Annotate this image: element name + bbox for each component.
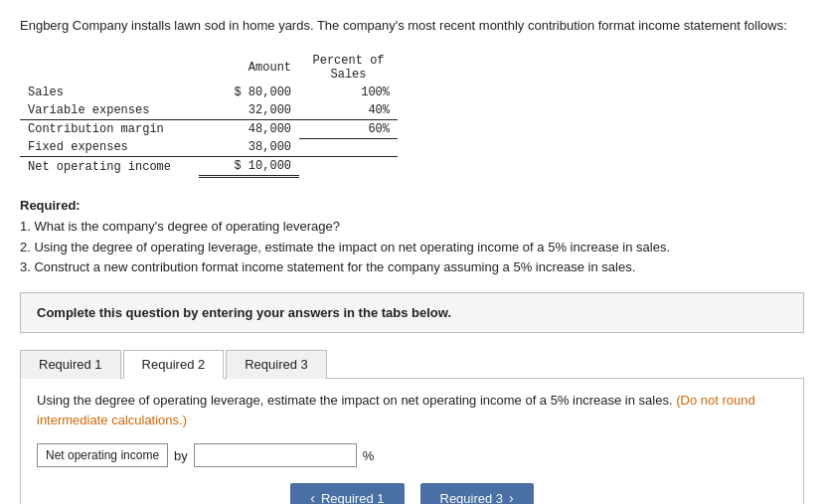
intro-text: Engberg Company installs lawn sod in hom… [20,16,804,36]
sales-label: Sales [20,84,199,101]
table-row-sales: Sales $ 80,000 100% [20,84,398,101]
variable-expenses-amount: 32,000 [199,101,299,120]
table-row-net-operating-income: Net operating income $ 10,000 [20,157,398,177]
complete-box-text: Complete this question by entering your … [37,305,451,320]
tabs-row[interactable]: Required 1 Required 2 Required 3 [20,349,804,379]
col-header-amount: Amount [199,52,299,84]
col-header-label [20,52,199,84]
fixed-expenses-label: Fixed expenses [20,138,199,157]
required-section: Required: 1. What is the company's degre… [20,196,804,278]
sales-pct: 100% [299,84,398,101]
nav-buttons: ‹ Required 1 Required 3 › [37,483,787,504]
income-table-section: Amount Percent ofSales Sales $ 80,000 10… [20,52,804,179]
required-item-3: 3. Construct a new contribution format i… [20,257,804,278]
required-heading: Required: [20,198,81,213]
prev-button-label: Required 1 [321,491,385,504]
tab-required-1[interactable]: Required 1 [20,350,121,379]
col-header-pct: Percent ofSales [299,52,398,84]
fixed-expenses-pct [299,138,398,157]
tab-instruction-main: Using the degree of operating leverage, … [37,393,673,408]
table-row-fixed-expenses: Fixed expenses 38,000 [20,138,398,157]
contribution-margin-amount: 48,000 [199,119,299,138]
net-operating-income-label: Net operating income [20,157,199,177]
fixed-expenses-amount: 38,000 [199,138,299,157]
prev-arrow-icon: ‹ [310,490,315,504]
net-operating-income-pct [299,157,398,177]
next-button[interactable]: Required 3 › [420,483,534,504]
complete-box: Complete this question by entering your … [20,292,804,333]
table-row-variable-expenses: Variable expenses 32,000 40% [20,101,398,120]
leverage-value-input[interactable] [194,443,357,467]
prev-button[interactable]: ‹ Required 1 [290,483,404,504]
contribution-margin-pct: 60% [299,119,398,138]
next-button-label: Required 3 [440,491,504,504]
contribution-margin-label: Contribution margin [20,119,199,138]
required-item-2: 2. Using the degree of operating leverag… [20,238,804,258]
variable-expenses-pct: 40% [299,101,398,120]
next-arrow-icon: › [509,490,514,504]
tab-required-2[interactable]: Required 2 [123,350,225,379]
pct-symbol: % [363,448,375,463]
variable-expenses-label: Variable expenses [20,101,199,120]
tab-required-3[interactable]: Required 3 [226,350,327,379]
tab-instruction: Using the degree of operating leverage, … [37,391,787,429]
required-item-1: 1. What is the company's degree of opera… [20,217,804,238]
input-row: Net operating income by % [37,443,787,467]
net-operating-income-input-label: Net operating income [37,443,168,467]
by-label: by [174,448,188,463]
sales-amount: $ 80,000 [199,84,299,101]
table-row-contribution-margin: Contribution margin 48,000 60% [20,119,398,138]
tab-content-required-2: Using the degree of operating leverage, … [20,379,804,504]
net-operating-income-amount: $ 10,000 [199,157,299,177]
